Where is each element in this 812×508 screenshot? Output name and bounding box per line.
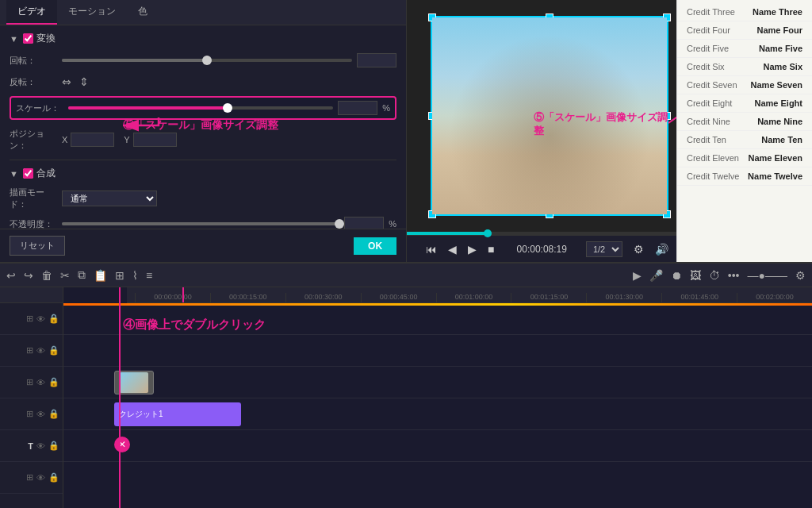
scale-input[interactable]: 60.0 (338, 101, 377, 115)
pos-x-input[interactable]: -256.0 (71, 133, 114, 147)
stop-button[interactable]: ■ (488, 243, 494, 256)
track5-eye-icon[interactable]: 👁 (36, 441, 45, 451)
ruler-mark-6: 00:01:30:00 (586, 293, 661, 302)
rotation-input[interactable]: 0.0 (357, 53, 396, 67)
tab-video[interactable]: ビデオ (6, 0, 57, 25)
tab-motion[interactable]: モーション (57, 0, 127, 25)
handle-bc[interactable] (546, 210, 553, 218)
track5-T-icon: T (28, 441, 33, 451)
composite-checkbox[interactable] (23, 168, 33, 179)
preview-image[interactable] (431, 16, 668, 216)
skip-back-button[interactable]: ⏮ (426, 243, 437, 256)
pos-x-axis: X (62, 135, 67, 144)
quality-select[interactable]: 1/2 1/1 1/4 (586, 241, 622, 257)
top-area: ビデオ モーション 色 ▼ 変換 回転： 0.0 (0, 0, 812, 262)
track1-eye-icon[interactable]: 👁 (36, 314, 45, 324)
track-row-4: クレジット1 (63, 398, 812, 430)
handle-br[interactable] (663, 210, 671, 218)
blend-label: 描画モード： (10, 187, 57, 210)
audio-icon[interactable]: 🎤 (649, 269, 663, 282)
transform-label: 変換 (36, 32, 56, 45)
track4-grid-icon[interactable]: ⊞ (26, 409, 33, 419)
track1-lock-icon[interactable]: 🔒 (48, 314, 59, 324)
composite-label: 合成 (36, 167, 56, 180)
rotation-row: 回転： 0.0 (10, 53, 396, 67)
scale-slider[interactable] (68, 106, 333, 110)
copy-icon[interactable]: ⧉ (78, 268, 86, 282)
handle-tc[interactable] (546, 13, 553, 21)
track2-eye-icon[interactable]: 👁 (36, 346, 45, 356)
paste-icon[interactable]: 📋 (94, 269, 107, 282)
redo-icon[interactable]: ↪ (24, 269, 33, 282)
track-label-3: ⊞ 👁 🔒 (0, 367, 63, 398)
credit-item: Credit TwelveName Twelve (677, 167, 812, 186)
track4-eye-icon[interactable]: 👁 (36, 410, 45, 419)
track6-grid-icon[interactable]: ⊞ (26, 472, 33, 483)
handle-ml[interactable] (428, 112, 436, 120)
composite-section-header: ▼ 合成 (10, 167, 396, 180)
image-icon[interactable]: 🖼 (690, 269, 701, 282)
zoom-slider[interactable]: —●—— (748, 269, 787, 282)
track6-lock-icon[interactable]: 🔒 (48, 472, 59, 483)
volume-icon[interactable]: 🔊 (655, 243, 668, 256)
timecode-display: 00:00:08:19 (517, 244, 567, 255)
panel-footer: リセット OK (0, 229, 406, 262)
ok-button[interactable]: OK (354, 237, 396, 255)
flip-row: 反転： ⇔ ⇕ (10, 75, 396, 88)
track-label-5: T 👁 🔒 (0, 430, 63, 462)
flip-icons: ⇔ ⇕ (62, 75, 89, 88)
preview-area[interactable]: ⑤「スケール」画像サイズ調整 (407, 0, 676, 232)
group-icon[interactable]: ⊞ (115, 269, 124, 282)
cut-icon[interactable]: ✂ (60, 269, 70, 282)
track3-lock-icon[interactable]: 🔒 (48, 377, 59, 387)
more-icon[interactable]: ••• (728, 269, 740, 282)
transform-checkbox[interactable] (23, 33, 33, 44)
track-label-6: ⊞ 👁 🔒 (0, 462, 63, 494)
opacity-slider[interactable] (62, 222, 339, 225)
playhead[interactable] (119, 287, 121, 508)
settings2-icon[interactable]: ⚙ (795, 269, 806, 282)
timeline-toolbar: ↩ ↪ 🗑 ✂ ⧉ 📋 ⊞ ⌇ ≡ ▶ 🎤 ⏺ 🖼 ⏱ ••• —●—— ⚙ (0, 264, 812, 287)
pos-y-input[interactable]: 0.0 (133, 133, 177, 147)
opacity-input[interactable]: 100 (344, 217, 384, 229)
track1-grid-icon[interactable]: ⊞ (26, 314, 33, 324)
credit-clip[interactable]: クレジット1 (114, 402, 241, 426)
track6-eye-icon[interactable]: 👁 (36, 473, 45, 483)
track-row-3 (63, 367, 812, 398)
track3-grid-icon[interactable]: ⊞ (26, 377, 33, 387)
handle-bl[interactable] (428, 210, 436, 218)
handle-mr[interactable] (663, 112, 671, 120)
track2-grid-icon[interactable]: ⊞ (26, 345, 33, 356)
blend-select[interactable]: 通常 (62, 190, 157, 206)
track2-lock-icon[interactable]: 🔒 (48, 345, 59, 356)
record-icon[interactable]: ⏺ (671, 269, 682, 282)
ruler-mark-3: 00:00:45:00 (361, 293, 436, 302)
split-icon[interactable]: ⌇ (132, 269, 138, 282)
track4-lock-icon[interactable]: 🔒 (48, 409, 59, 419)
ruler-mark-0: 00:00:00:00 (135, 293, 210, 302)
undo-icon[interactable]: ↩ (6, 269, 16, 282)
timeline-area: ↩ ↪ 🗑 ✂ ⧉ 📋 ⊞ ⌇ ≡ ▶ 🎤 ⏺ 🖼 ⏱ ••• —●—— ⚙ ⊞… (0, 262, 812, 508)
credit-item: Credit ThreeName Three (677, 3, 812, 21)
tab-color[interactable]: 色 (127, 0, 159, 25)
play-back-button[interactable]: ◀ (448, 243, 457, 256)
align-icon[interactable]: ≡ (146, 269, 152, 282)
handle-tr[interactable] (663, 13, 671, 21)
credit-item: Credit TenName Ten (677, 131, 812, 149)
preview-progress[interactable] (407, 232, 676, 235)
add-media-icon[interactable]: ▶ (633, 269, 642, 282)
settings-icon[interactable]: ⚙ (634, 243, 644, 256)
play-button[interactable]: ▶ (468, 243, 477, 256)
rotation-slider[interactable] (62, 59, 352, 62)
flip-horizontal-icon[interactable]: ⇔ (62, 75, 71, 88)
blend-mode-row: 描画モード： 通常 (10, 187, 396, 210)
track3-eye-icon[interactable]: 👁 (36, 378, 45, 387)
panel-content: ▼ 変換 回転： 0.0 反転： ⇔ ⇕ (0, 25, 406, 229)
reset-button[interactable]: リセット (10, 236, 65, 256)
handle-tl[interactable] (428, 13, 436, 21)
track5-lock-icon[interactable]: 🔒 (48, 441, 59, 451)
timer-icon[interactable]: ⏱ (709, 269, 720, 282)
flip-vertical-icon[interactable]: ⇕ (79, 75, 89, 88)
flip-label: 反転： (10, 76, 57, 88)
delete-icon[interactable]: 🗑 (41, 269, 52, 282)
